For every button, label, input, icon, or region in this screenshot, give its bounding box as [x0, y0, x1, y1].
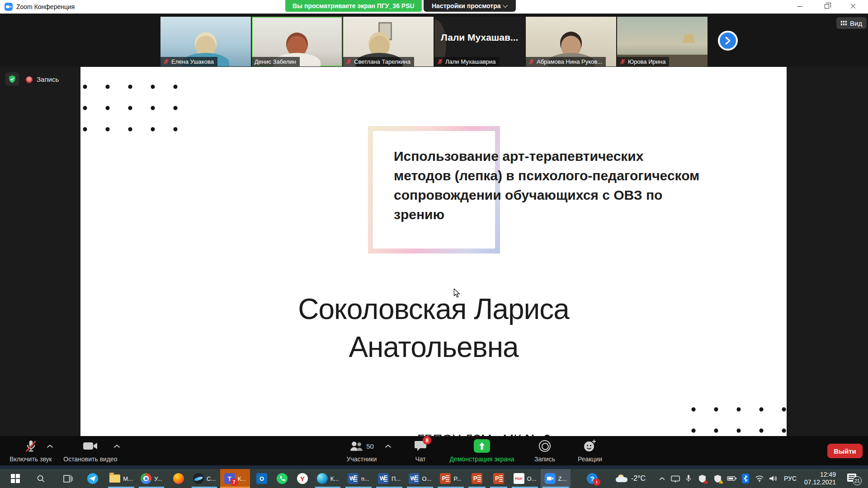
slide-title-line: методов (лепка) в психолого-педагогическ…	[394, 166, 728, 185]
warning-badge	[719, 479, 723, 483]
zoom-meeting-window: Zoom Конференция Вы просматриваете экран…	[0, 0, 868, 488]
taskbar-outlook[interactable]: O	[252, 469, 271, 488]
video-tile-active-speaker[interactable]: Денис Забелин	[252, 17, 342, 66]
restore-button[interactable]	[816, 0, 837, 13]
minimize-button[interactable]	[789, 0, 810, 13]
leave-meeting-button[interactable]: Выйти	[827, 444, 863, 458]
taskbar-edge[interactable]: К...	[313, 469, 342, 488]
tray-bluetooth-icon[interactable]	[740, 469, 751, 488]
participant-name: Денис Забелин	[255, 58, 296, 65]
bluetooth-icon	[742, 474, 749, 483]
notification-center-button[interactable]: 21	[842, 469, 864, 488]
stop-video-label: Остановить видео	[63, 455, 117, 463]
microphone-icon	[685, 474, 692, 483]
taskbar-pdf[interactable]: PDF О...	[510, 469, 540, 488]
taskbar-word-doc3[interactable]: W О...	[405, 469, 435, 488]
tray-volume-icon[interactable]	[767, 469, 779, 488]
taskbar-word-doc1[interactable]: W п...	[344, 469, 373, 488]
taskbar-file-explorer[interactable]: М...	[106, 469, 136, 488]
temperature-label: -2°C	[631, 474, 646, 483]
taskbar-powerpoint2[interactable]: P	[467, 469, 487, 488]
slide-title-line: Использование арт-терапевтических	[394, 146, 728, 166]
speaker-subtitle-number: № 6	[525, 432, 551, 436]
taskbar-powerpoint3[interactable]: P	[488, 469, 509, 488]
taskbar-label: М...	[123, 475, 133, 482]
task-view-button[interactable]	[58, 469, 78, 488]
video-tile[interactable]: Юрова Ирина	[617, 17, 708, 66]
video-tile[interactable]: Абрамова Нина Руков...	[526, 17, 616, 66]
taskbar-label: К...	[238, 475, 246, 482]
taskbar-help[interactable]: ? !	[583, 469, 601, 488]
taskbar-app-c[interactable]: С...	[190, 469, 219, 488]
taskbar-zoom-active[interactable]: Z...	[541, 469, 571, 488]
taskbar-telegram[interactable]	[83, 469, 103, 488]
taskbar-label: У...	[154, 475, 162, 482]
tray-defender-icon[interactable]	[711, 469, 724, 488]
video-tile[interactable]: Светлана Тарелкина	[343, 17, 434, 66]
taskbar-chrome[interactable]: У...	[137, 469, 166, 488]
word-icon: W	[409, 473, 420, 484]
search-button[interactable]	[32, 469, 50, 488]
word-icon: W	[378, 473, 389, 484]
taskbar-label: О...	[527, 475, 537, 482]
video-options-chevron[interactable]	[114, 444, 120, 448]
participants-label: Участники	[347, 455, 377, 463]
room-lamp	[683, 34, 695, 43]
start-button[interactable]	[5, 469, 26, 488]
tray-hidden-icons-button[interactable]	[656, 469, 668, 488]
tray-cast-icon[interactable]	[669, 469, 682, 488]
clock[interactable]: 12:49 07.12.2021	[800, 469, 840, 488]
teams-icon: T 7	[224, 473, 235, 484]
share-screen-button[interactable]: Демонстрация экрана	[448, 439, 516, 463]
stop-video-button[interactable]: Остановить видео	[57, 439, 124, 463]
taskbar-weather[interactable]: -2°C	[609, 469, 651, 488]
participants-button[interactable]: 50 Участники	[328, 439, 396, 463]
taskbar-word-doc2[interactable]: W П...	[374, 469, 404, 488]
next-participants-page-button[interactable]	[718, 31, 738, 51]
reactions-button[interactable]: Реакции	[556, 439, 624, 463]
record-icon	[539, 440, 551, 452]
close-button[interactable]	[843, 0, 863, 13]
taskbar-powerpoint1[interactable]: P Р...	[436, 469, 466, 488]
muted-mic-icon	[620, 59, 626, 65]
chat-button[interactable]: 8 Чат	[387, 439, 454, 463]
participant-nametag: Юрова Ирина	[617, 57, 669, 66]
taskbar-teams-active[interactable]: T 7 К...	[220, 469, 250, 488]
muted-mic-icon	[346, 59, 352, 65]
tray-wifi-icon[interactable]	[753, 469, 766, 488]
participant-nametag: Абрамова Нина Руков...	[526, 57, 606, 66]
audio-options-chevron[interactable]	[47, 444, 53, 448]
slide-title: Использование арт-терапевтических методо…	[394, 146, 728, 224]
decorative-dots-topleft	[80, 82, 180, 134]
time-label: 12:49	[804, 471, 836, 479]
firefox-icon	[173, 473, 184, 484]
view-settings-dropdown[interactable]: Настройки просмотра	[424, 0, 516, 12]
view-mode-button[interactable]: Вид	[836, 17, 867, 29]
video-tile[interactable]: Елена Ушакова	[160, 17, 251, 66]
participant-nametag: Денис Забелин	[252, 57, 300, 66]
viewing-screen-banner: Вы просматриваете экран ПГУ_36 PSU	[285, 0, 422, 12]
taskbar-firefox[interactable]	[169, 469, 188, 488]
encryption-shield-icon	[8, 75, 17, 84]
tray-battery-icon[interactable]	[725, 469, 739, 488]
speaker-name-line2: Анатольевна	[162, 328, 705, 366]
cast-icon	[671, 475, 680, 483]
yandex-browser-icon: Y	[297, 473, 308, 484]
alert-badge	[703, 479, 708, 483]
battery-icon	[727, 476, 737, 481]
powerpoint-icon: P	[440, 473, 451, 484]
teams-notification-badge: 7	[231, 479, 238, 486]
unmute-button[interactable]: Включить звук	[0, 439, 65, 463]
muted-mic-icon	[163, 59, 169, 65]
security-shield-tile[interactable]	[5, 72, 19, 86]
help-alert-badge: !	[593, 479, 600, 486]
taskbar-whatsapp[interactable]	[273, 469, 292, 488]
video-tile[interactable]: Лали Мухашав... Лали Мухашавриа	[434, 17, 525, 66]
windows-logo-icon	[11, 474, 20, 483]
taskbar-yandex[interactable]: Y	[293, 469, 312, 488]
speaker-name: Соколовская Лариса Анатольевна	[162, 290, 705, 366]
chevron-up-icon	[659, 477, 665, 481]
tray-microphone-icon[interactable]	[683, 469, 694, 488]
tray-mcafee-icon[interactable]	[695, 469, 709, 488]
language-indicator[interactable]: РУС	[781, 469, 799, 488]
